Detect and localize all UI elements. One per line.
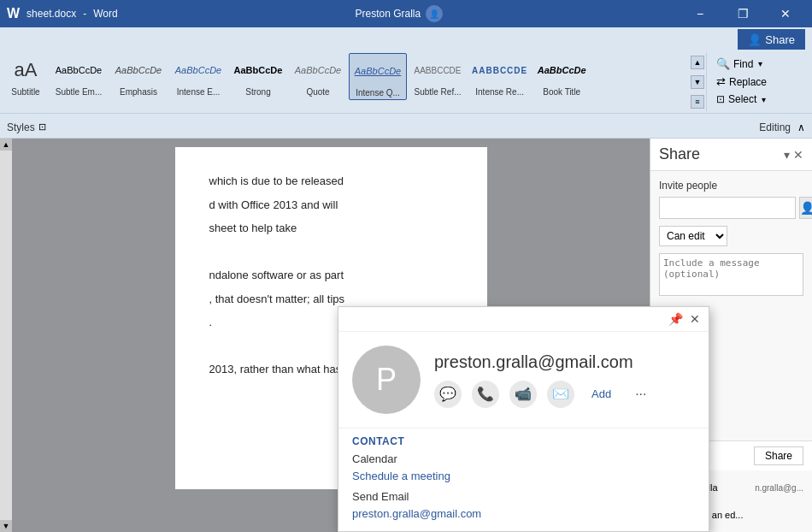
schedule-meeting-link[interactable]: Schedule a meeting: [352, 470, 450, 482]
ribbon-collapse-button[interactable]: ∧: [797, 121, 805, 133]
popup-close-button[interactable]: ✕: [686, 310, 703, 328]
contact-main-area: P preston.gralla@gmail.com 💬 📞 📹 ✉️ Add …: [338, 332, 709, 428]
style-label-intense-e: Intense E...: [177, 87, 221, 97]
share-panel-close-button[interactable]: ✕: [793, 148, 803, 162]
replace-icon: ⇄: [716, 75, 726, 88]
style-label-intense-q: Intense Q...: [356, 88, 400, 98]
share-toolbar-button[interactable]: 👤 Share: [738, 29, 805, 50]
text-line-3: sheet to help take: [209, 220, 453, 237]
style-preview-subtle-em: AaBbCcDe: [56, 55, 102, 86]
contact-avatar-letter: P: [376, 362, 397, 398]
invite-email-input[interactable]: [659, 197, 796, 219]
share-person-icon: 👤: [748, 33, 762, 46]
permissions-select[interactable]: Can edit Can view: [659, 226, 727, 246]
text-line-2: d with Office 2013 and will: [209, 197, 453, 214]
editing-section-label: Editing: [759, 121, 791, 133]
share-panel-title: Share: [659, 145, 700, 163]
style-preview-subtle-ref: AaBbCcDe: [414, 55, 461, 86]
message-action-button[interactable]: 💬: [434, 381, 462, 408]
can-edit-area: Can edit Can view: [659, 226, 803, 246]
style-item-strong[interactable]: AaBbCcDe Strong: [229, 53, 287, 98]
style-preview-subtitle: aA: [15, 55, 38, 86]
text-line-5: ndalone software or as part: [209, 267, 453, 284]
styles-expand-icon[interactable]: ⊡: [38, 121, 46, 133]
share-toolbar-label: Share: [765, 33, 795, 46]
text-line-1: which is due to be released: [209, 173, 453, 190]
title-bar-left: W sheet.docx - Word: [7, 6, 118, 21]
doc-scroll-up[interactable]: ▲: [0, 139, 12, 151]
ribbon: 👤 Share aA Subtitle AaBbCcDe Subtle Em..…: [0, 27, 812, 139]
style-item-intense-q[interactable]: AaBbCcDe Intense Q...: [349, 53, 407, 100]
find-dropdown-icon: ▾: [758, 59, 762, 68]
share-panel-collapse-button[interactable]: ▾: [784, 148, 790, 162]
style-preview-quote: AaBbCcDe: [295, 55, 341, 86]
style-item-intense-re[interactable]: AABBCCDE Intense Re...: [468, 53, 531, 98]
app-name: Word: [93, 8, 117, 20]
share-submit-button[interactable]: Share: [754, 446, 803, 465]
address-book-button[interactable]: 👤: [799, 197, 812, 219]
popup-pin-button[interactable]: 📌: [665, 310, 686, 328]
email-action-button[interactable]: ✉️: [547, 381, 574, 408]
send-email-section: Send Email preston.gralla@gmail.com: [352, 490, 695, 521]
gallery-scroll-up[interactable]: ▲: [691, 56, 704, 69]
doc-scroll-down[interactable]: ▼: [0, 520, 12, 532]
style-item-emphasis[interactable]: AaBbCcDe Emphasis: [109, 53, 168, 98]
filename: sheet.docx: [26, 8, 76, 20]
contact-section: CONTACT Calendar Schedule a meeting Send…: [338, 428, 709, 531]
style-preview-intense-re: AABBCCDE: [472, 55, 527, 86]
contact-info: preston.gralla@gmail.com 💬 📞 📹 ✉️ Add ··…: [434, 352, 695, 408]
replace-button[interactable]: ⇄ Replace: [714, 74, 802, 89]
invite-people-label: Invite people: [659, 180, 803, 192]
title-bar: W sheet.docx - Word Preston Gralla 👤 − ❐…: [0, 0, 812, 27]
style-label-intense-re: Intense Re...: [475, 87, 524, 97]
close-button[interactable]: ✕: [766, 0, 805, 27]
video-action-button[interactable]: 📹: [509, 381, 537, 408]
style-label-emphasis: Emphasis: [120, 87, 157, 97]
style-label-subtle-ref: Subtle Ref...: [414, 87, 461, 97]
select-icon: ⊡: [716, 93, 725, 105]
style-label-subtle-em: Subtle Em...: [56, 87, 102, 97]
style-item-book-title[interactable]: AaBbCcDe Book Title: [533, 53, 591, 98]
minimize-button[interactable]: −: [680, 0, 720, 27]
phone-action-button[interactable]: 📞: [472, 381, 499, 408]
style-label-strong: Strong: [245, 87, 270, 97]
send-email-link[interactable]: preston.gralla@gmail.com: [352, 507, 481, 520]
style-item-intense-e[interactable]: AaBbCcDe Intense E...: [169, 53, 227, 98]
styles-section-label: Styles: [7, 121, 35, 133]
share-panel-header: Share ▾ ✕: [650, 139, 812, 171]
share-panel-controls: ▾ ✕: [784, 148, 803, 162]
invite-input-area: 👤: [659, 197, 803, 219]
select-label: Select: [728, 93, 756, 105]
ribbon-bottom-bar: Styles ⊡ Editing ∧: [0, 113, 812, 140]
text-line-4: [209, 244, 453, 261]
contact-popup-header: 📌 ✕: [338, 307, 709, 332]
send-email-label: Send Email: [352, 490, 695, 503]
contact-popup: 📌 ✕ P preston.gralla@gmail.com 💬 📞 📹 ✉️ …: [338, 306, 709, 532]
style-preview-intense-e: AaBbCcDe: [175, 55, 221, 86]
find-icon: 🔍: [716, 57, 730, 70]
left-scrollbar: ▲ ▼: [0, 139, 12, 532]
contact-add-button[interactable]: Add: [585, 381, 618, 408]
gallery-scroll-down[interactable]: ▼: [691, 75, 704, 89]
styles-gallery: aA Subtitle AaBbCcDe Subtle Em... AaBbCc…: [3, 53, 691, 111]
style-item-subtle-em[interactable]: AaBbCcDe Subtle Em...: [50, 53, 108, 98]
select-button[interactable]: ⊡ Select ▾: [714, 92, 802, 106]
document-area: ▲ ▼ which is due to be released d with O…: [0, 139, 812, 532]
style-item-subtitle[interactable]: aA Subtitle: [3, 53, 48, 98]
select-dropdown-icon: ▾: [762, 95, 766, 104]
contact-more-button[interactable]: ···: [628, 381, 653, 408]
find-button[interactable]: 🔍 Find ▾: [714, 56, 802, 71]
gallery-more[interactable]: ≡: [691, 95, 704, 109]
style-item-subtle-ref[interactable]: AaBbCcDe Subtle Ref...: [409, 53, 467, 98]
contact-section-title: CONTACT: [352, 435, 695, 447]
style-label-book-title: Book Title: [543, 87, 580, 97]
restore-button[interactable]: ❐: [723, 0, 762, 27]
share-message-textarea[interactable]: [659, 253, 803, 296]
user-icon: 👤: [426, 5, 443, 22]
style-label-quote: Quote: [306, 87, 329, 97]
style-label-subtitle: Subtitle: [11, 87, 39, 97]
find-label: Find: [733, 58, 753, 70]
user-area: Preston Gralla 👤: [355, 5, 443, 22]
style-item-quote[interactable]: AaBbCcDe Quote: [289, 53, 347, 98]
user-name: Preston Gralla: [355, 8, 421, 20]
